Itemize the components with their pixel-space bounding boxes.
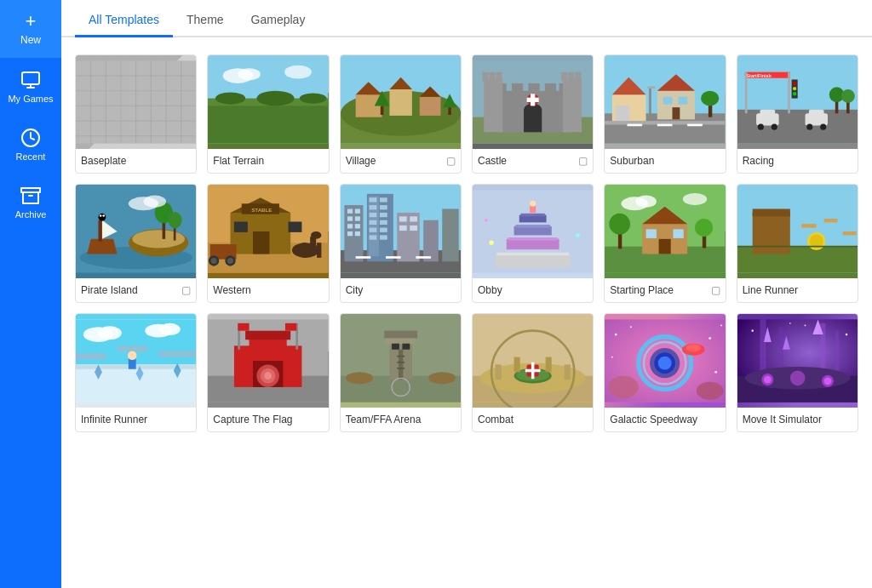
svg-rect-204 [801,224,817,227]
svg-rect-261 [565,364,571,380]
template-card-village[interactable]: Village ▢ [340,54,462,174]
svg-point-127 [211,258,217,264]
my-games-label: My Games [8,94,53,104]
template-card-capture-the-flag[interactable]: Capture The Flag [207,313,329,432]
template-card-move-it-simulator[interactable]: Move It Simulator [737,313,858,432]
svg-rect-263 [546,357,552,373]
template-card-galactic-speedway[interactable]: Galactic Speedway [604,313,726,432]
svg-rect-139 [354,209,359,214]
template-card-combat[interactable]: Combat [472,313,594,432]
svg-point-112 [100,214,102,217]
svg-rect-122 [253,231,269,254]
svg-point-249 [428,372,456,384]
svg-rect-52 [489,72,495,82]
template-thumb-team-ffa-arena [341,314,461,408]
template-label-move-it-simulator: Move It Simulator [737,408,858,431]
svg-text:STABLE: STABLE [252,207,272,213]
svg-point-103 [132,230,185,248]
my-games-button[interactable]: My Games [0,58,61,116]
template-label-capture-the-flag: Capture The Flag [208,408,328,431]
template-card-line-runner[interactable]: Line Runner [737,184,858,303]
svg-rect-137 [344,205,363,261]
svg-rect-242 [392,344,399,350]
template-thumb-infinite-runner [76,314,196,408]
svg-rect-148 [369,197,376,202]
template-thumb-baseplate [76,55,196,149]
svg-rect-189 [646,229,657,238]
svg-point-95 [820,124,826,130]
template-name-infinite-runner: Infinite Runner [81,414,147,425]
svg-point-276 [720,325,722,327]
svg-rect-68 [663,97,673,105]
svg-point-24 [238,68,261,80]
svg-rect-247 [397,368,404,369]
svg-point-115 [143,196,165,208]
template-label-racing: Racing [737,149,858,173]
svg-rect-55 [568,72,574,82]
svg-rect-131 [317,243,321,258]
svg-rect-43 [512,83,523,94]
template-card-baseplate[interactable]: Baseplate [75,54,197,174]
template-name-obby: Obby [478,284,502,296]
svg-rect-144 [347,231,353,236]
template-thumb-move-it-simulator [737,314,858,408]
tab-gameplay[interactable]: Gameplay [238,4,319,37]
archive-button[interactable]: Archive [0,174,61,231]
recent-label: Recent [16,151,46,162]
svg-rect-162 [410,216,417,221]
template-name-village: Village [346,155,376,167]
svg-point-111 [98,214,106,221]
template-card-starting-place[interactable]: Starting Place ▢ [604,184,726,303]
template-thumb-western: STABLE [208,185,328,278]
template-name-capture-the-flag: Capture The Flag [213,414,292,425]
svg-rect-218 [158,351,196,357]
svg-rect-74 [657,124,673,127]
sidebar: + New My Games Recent Archive [0,0,61,588]
svg-point-279 [609,376,639,398]
tab-all-templates[interactable]: All Templates [75,4,173,37]
template-label-city: City [341,278,461,302]
svg-point-87 [793,92,796,95]
template-card-racing[interactable]: Start/Finish [737,54,858,174]
svg-point-22 [300,93,327,103]
template-card-infinite-runner[interactable]: Infinite Runner [75,313,197,432]
svg-rect-89 [760,110,775,117]
svg-rect-158 [369,235,376,239]
svg-point-20 [215,93,245,105]
template-thumb-starting-place [605,185,725,278]
svg-point-248 [346,372,373,384]
svg-rect-159 [380,235,387,239]
svg-point-297 [751,329,754,332]
template-card-pirate-island[interactable]: Pirate Island ▢ [75,184,197,303]
tab-theme[interactable]: Theme [173,4,238,37]
template-card-western[interactable]: STABLE [207,184,329,303]
template-card-team-ffa-arena[interactable]: Team/FFA Arena [340,313,462,432]
plus-icon: + [26,12,37,31]
template-card-city[interactable]: City [340,184,462,303]
bookmark-icon-starting-place: ▢ [711,284,720,296]
template-card-castle[interactable]: Castle ▢ [472,54,594,174]
svg-point-91 [771,124,777,130]
svg-point-278 [715,371,718,374]
recent-button[interactable]: Recent [0,116,61,174]
template-card-flat-terrain[interactable]: Flat Terrain [207,54,329,174]
template-card-obby[interactable]: Obby [472,184,594,303]
template-name-castle: Castle [478,155,507,167]
svg-point-180 [530,201,536,207]
template-grid: Baseplate [61,37,872,588]
template-name-galactic-speedway: Galactic Speedway [610,414,697,425]
new-button[interactable]: + New [0,0,61,58]
template-label-team-ffa-arena: Team/FFA Arena [341,408,461,431]
new-label: New [20,34,41,46]
bookmark-icon-village: ▢ [446,155,456,167]
template-thumb-village [341,55,461,149]
template-label-western: Western [208,278,328,302]
template-card-suburban[interactable]: Suburban [604,54,726,174]
svg-rect-216 [76,353,106,359]
template-thumb-obby [473,185,593,278]
svg-rect-141 [354,216,359,220]
svg-point-274 [630,326,632,328]
svg-point-107 [169,212,182,228]
svg-rect-167 [355,256,370,259]
main-content: All Templates Theme Gameplay [61,0,872,588]
